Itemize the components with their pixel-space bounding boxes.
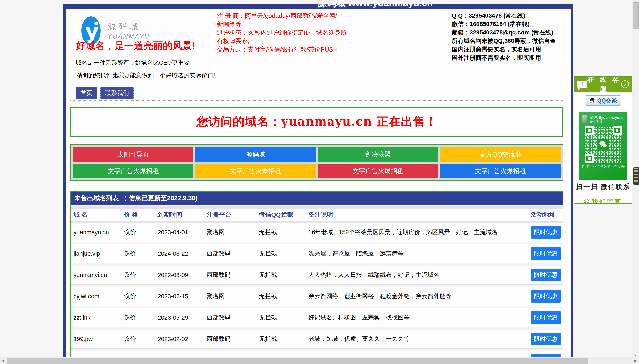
deal-button[interactable]: 限时优惠 (531, 268, 561, 281)
logo-name-en: YUANMAYU (108, 33, 150, 40)
horizontal-scrollbar[interactable]: ◀ ▶ (0, 358, 639, 364)
table-rows: yuanmayu.cn议价2023-04-01聚名网无拦截16年老域、159个终… (71, 223, 563, 361)
scroll-down-arrow-icon[interactable]: ▼ (632, 354, 639, 357)
deal-button[interactable]: 限时优惠 (531, 311, 561, 324)
cell-domain: 199.pw (74, 336, 124, 342)
cell-price: 议价 (124, 292, 158, 300)
promo-cell[interactable]: 文字广告火爆招租 (73, 164, 193, 178)
cell-expire: 2023-02-15 (158, 293, 207, 300)
table-spacer (71, 204, 563, 206)
col-header-price: 价 格 (124, 210, 158, 219)
cell-action: 限时优惠 (524, 311, 563, 324)
cell-intercept: 无拦截 (259, 228, 308, 236)
contact-info: Q Q：3295403478 (常在线) 微信：16685076184 (常在线… (452, 12, 556, 62)
cell-expire: 2024-03-22 (158, 250, 207, 257)
cell-price: 议价 (124, 250, 158, 258)
cell-price: 议价 (124, 228, 158, 236)
intro-text-1: 域名是一种无形资产，好域名比CEO更重要 (76, 59, 190, 67)
scroll-left-arrow-icon[interactable]: ◀ (2, 359, 4, 362)
promo-cell[interactable]: 官方QQ交流群 (440, 147, 560, 162)
cell-price: 议价 (124, 335, 158, 343)
cell-platform: 西部数码 (207, 314, 259, 322)
qr-finder-icon (584, 126, 594, 135)
for-sale-banner: 您访问的域名：yuanmayu.cn 正在出售！ (71, 107, 563, 137)
cell-platform: 聚名网 (207, 292, 259, 300)
wechat-account-name: 源码域yuanmayu.cn (589, 115, 624, 120)
table-row: 199.pw议价2023-02-02西部数码无拦截老域，短域，优质、要久久，一久… (71, 330, 563, 348)
cell-domain: yuanmayu.cn (74, 229, 124, 236)
cell-platform: 西部数码 (207, 335, 259, 343)
main-nav: 首页 联系我们 (76, 87, 134, 99)
horizontal-scrollbar-thumb[interactable] (7, 358, 588, 364)
col-header-action: 活动地址 (524, 210, 563, 219)
collapse-arrow-icon[interactable]: › (621, 80, 629, 88)
divider (576, 195, 630, 195)
table-row: yuanamyi.cn议价2022-08-09西部数码无拦截人人热播，人人日报，… (71, 266, 563, 284)
reg-line: 过户状态：30秒内过户到你指定ID，域名终身所 (217, 28, 347, 37)
table-band (71, 206, 563, 209)
wechat-logo-icon (597, 139, 608, 150)
table-row: cyjwl.com议价2023-02-15聚名网无拦截穿云箭网络，创业街网络，程… (71, 287, 563, 306)
page-top-title: 源码域 www.yuanmayu.cn (317, 0, 433, 10)
vertical-scrollbar-thumb[interactable] (633, 2, 638, 29)
cell-intercept: 无拦截 (259, 292, 308, 300)
deal-button[interactable]: 限时优惠 (531, 226, 561, 239)
promo-cell[interactable]: 太阳引导页 (73, 147, 193, 162)
promo-cell[interactable]: 文字广告火爆招租 (318, 164, 438, 178)
customer-service-panel: ! 在 线 客 服 › QQ交谈 源码域yuanmayu.cn 贵州 贵阳 (574, 76, 632, 204)
cell-note: 老域，短域，优质、要久久，一久久等 (308, 335, 524, 343)
wechat-scan-hint: 扫一扫 微信联系 (574, 182, 632, 192)
wechat-qr-card: 源码域yuanmayu.cn 贵州 贵阳 (579, 112, 627, 180)
registration-info: 注 册 商：阿里云/godaddy/西部数码/爱名网/ 新网等等 过户状态：30… (217, 12, 347, 54)
site-headline: 好域名，是一道亮丽的风景! (76, 40, 195, 52)
cell-expire: 2023-05-29 (158, 314, 207, 321)
cell-domain: zzt.ink (74, 314, 124, 321)
table-title: 未售出域名列表 （ 信息已更新至2022.9.30) (71, 192, 563, 204)
qr-caption: 扫一扫上面的二维码图案，加我为朋友。 (582, 165, 624, 168)
promo-cell[interactable]: 文字广告火爆招租 (440, 164, 560, 178)
divider (576, 109, 630, 109)
col-header-note: 备注说明 (308, 210, 524, 219)
service-panel-header: ! 在 线 客 服 › (574, 77, 632, 92)
cell-domain: jianjue.vip (74, 250, 124, 257)
cell-intercept: 无拦截 (259, 314, 308, 322)
col-header-domain: 域 名 (74, 210, 124, 219)
table-row: zzt.ink议价2023-05-29西部数码无拦截好记域名、柱状图，左宗棠，找… (71, 308, 563, 327)
scroll-right-arrow-icon[interactable]: ▶ (634, 359, 637, 362)
chat-bubble-icon: ! (577, 81, 587, 88)
logo-name-cn: 源码域 (108, 21, 141, 32)
reg-line: 交易方式：支付宝/微信/银行汇款/带价PUSH (217, 45, 347, 54)
wechat-avatar (582, 115, 587, 123)
promo-cell[interactable]: 源码域 (196, 147, 316, 162)
promo-cell[interactable]: 剑决联盟 (318, 147, 438, 162)
scrollbar-extension-gadget[interactable] (633, 167, 639, 185)
cell-expire: 2023-02-02 (158, 336, 207, 342)
cell-note: 漂亮屋，评论屋，陪练屋，霹雳舞等 (308, 250, 524, 258)
qq-chat-button[interactable]: QQ交谈 (585, 96, 621, 106)
cell-action: 限时优惠 (524, 332, 563, 345)
col-header-platform: 注册平台 (207, 210, 259, 219)
service-panel-title: 在 线 客 服 (587, 76, 621, 94)
nav-contact-button[interactable]: 联系我们 (100, 87, 134, 99)
cell-domain: yuanamyi.cn (74, 272, 124, 278)
table-row: yuanmayu.cn议价2023-04-01聚名网无拦截16年老域、159个终… (71, 223, 563, 242)
contact-line: 国外注册商不需要实名，即买即用 (452, 54, 556, 62)
reg-line: 注 册 商：阿里云/godaddy/西部数码/爱名网/ (217, 12, 347, 20)
cell-intercept: 无拦截 (259, 335, 308, 343)
nav-home-button[interactable]: 首页 (76, 87, 97, 99)
deal-button[interactable]: 限时优惠 (531, 332, 561, 345)
deal-button[interactable]: 限时优惠 (531, 290, 561, 303)
reg-line: 新网等等 (217, 20, 347, 28)
cell-note: 好记域名、柱状图，左宗棠，找找图等 (308, 314, 524, 322)
leave-message-link[interactable]: 给我们留言 (574, 198, 632, 204)
contact-line: Q Q：3295403478 (常在线) (452, 12, 556, 20)
cell-price: 议价 (124, 271, 158, 279)
qr-finder-icon (612, 126, 621, 135)
cell-platform: 西部数码 (207, 271, 259, 279)
intro-text-2: 精明的您也许比我更能意识到一个好域名的实际价值! (76, 72, 215, 80)
deal-button[interactable]: 限时优惠 (531, 247, 561, 260)
vertical-scrollbar[interactable]: ▲ ▼ (632, 0, 639, 358)
cell-note: 人人热播，人人日报，绒瑞绒布，好记，主流域名 (308, 271, 524, 279)
promo-cell[interactable]: 文字广告火爆招租 (196, 164, 316, 178)
cell-note: 16年老域、159个终端景区风景，近期房价，郊区风景，好记，主流域名 (308, 228, 524, 236)
